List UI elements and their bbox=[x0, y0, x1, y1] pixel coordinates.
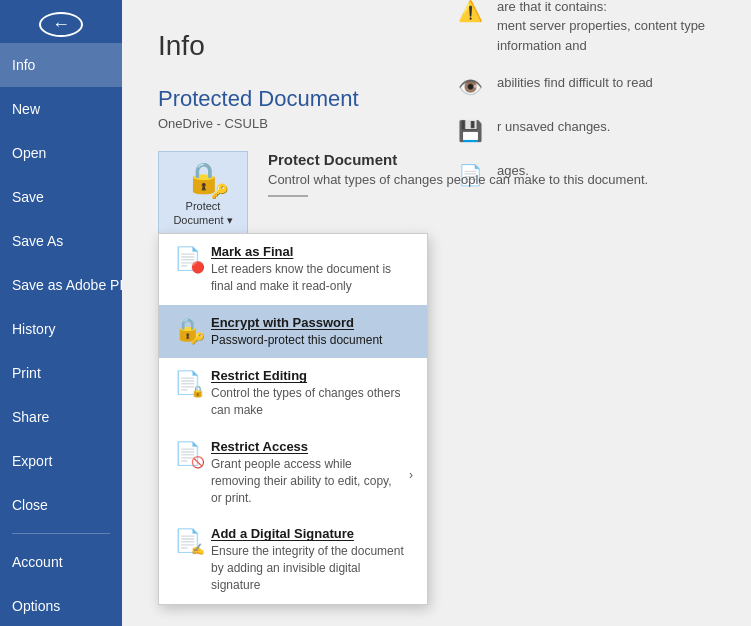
info-icon-3: 💾 bbox=[458, 119, 483, 143]
encrypt-title: Encrypt with Password bbox=[211, 315, 413, 330]
info-icon-1: ⚠️ bbox=[458, 0, 483, 23]
digital-signature-title: Add a Digital Signature bbox=[211, 526, 413, 541]
dropdown-item-encrypt[interactable]: 🔒🔑 Encrypt with Password Password-protec… bbox=[159, 305, 427, 359]
info-block-1: ⚠️ are that it contains:ment server prop… bbox=[458, 0, 715, 55]
sidebar-item-print[interactable]: Print bbox=[0, 351, 122, 395]
protect-dropdown: 📄🔴 Mark as Final Let readers know the do… bbox=[158, 233, 428, 605]
restrict-editing-icon: 📄🔒 bbox=[173, 370, 201, 396]
sidebar-item-history[interactable]: History bbox=[0, 307, 122, 351]
encrypt-desc: Password-protect this document bbox=[211, 332, 413, 349]
sidebar-item-new[interactable]: New bbox=[0, 87, 122, 131]
info-text-3: r unsaved changes. bbox=[497, 117, 610, 137]
sidebar-item-open[interactable]: Open bbox=[0, 131, 122, 175]
mark-final-text: Mark as Final Let readers know the docum… bbox=[211, 244, 413, 295]
protect-document-button[interactable]: 🔒 🔑 ProtectDocument ▾ bbox=[158, 151, 248, 237]
protect-heading: Protect Document bbox=[268, 151, 648, 168]
info-block-2: 👁️ abilities find difficult to read bbox=[458, 73, 715, 99]
sidebar-item-save-as[interactable]: Save As bbox=[0, 219, 122, 263]
restrict-access-title: Restrict Access bbox=[211, 439, 399, 454]
restrict-access-icon: 📄🚫 bbox=[173, 441, 201, 467]
sidebar-item-close[interactable]: Close bbox=[0, 483, 122, 527]
info-icon-2: 👁️ bbox=[458, 75, 483, 99]
sidebar-item-export[interactable]: Export bbox=[0, 439, 122, 483]
sidebar-item-info[interactable]: Info bbox=[0, 43, 122, 87]
dropdown-item-digital-signature[interactable]: 📄✍️ Add a Digital Signature Ensure the i… bbox=[159, 516, 427, 603]
main-content: Info Protected Document OneDrive - CSULB… bbox=[122, 0, 751, 626]
mark-final-icon: 📄🔴 bbox=[173, 246, 201, 272]
dropdown-item-restrict-access[interactable]: 📄🚫 Restrict Access Grant people access w… bbox=[159, 429, 427, 516]
protect-info: Protect Document Control what types of c… bbox=[268, 151, 648, 197]
digital-signature-text: Add a Digital Signature Ensure the integ… bbox=[211, 526, 413, 593]
digital-signature-desc: Ensure the integrity of the document by … bbox=[211, 543, 413, 593]
protect-desc: Control what types of changes people can… bbox=[268, 172, 648, 187]
sidebar-divider bbox=[12, 533, 110, 534]
sidebar-item-options[interactable]: Options bbox=[0, 584, 122, 626]
restrict-access-text: Restrict Access Grant people access whil… bbox=[211, 439, 399, 506]
sidebar-item-share[interactable]: Share bbox=[0, 395, 122, 439]
restrict-editing-text: Restrict Editing Control the types of ch… bbox=[211, 368, 413, 419]
mark-final-desc: Let readers know the document is final a… bbox=[211, 261, 413, 295]
protect-button-label: ProtectDocument ▾ bbox=[173, 199, 232, 228]
restrict-access-desc: Grant people access while removing their… bbox=[211, 456, 399, 506]
dropdown-item-mark-final[interactable]: 📄🔴 Mark as Final Let readers know the do… bbox=[159, 234, 427, 305]
info-text-1: are that it contains:ment server propert… bbox=[497, 0, 715, 55]
protect-icon: 🔒 🔑 bbox=[185, 160, 222, 195]
mark-final-title: Mark as Final bbox=[211, 244, 413, 259]
restrict-access-arrow: › bbox=[409, 468, 413, 482]
info-text-2: abilities find difficult to read bbox=[497, 73, 653, 93]
sidebar-item-save-adobe[interactable]: Save as Adobe PDF bbox=[0, 263, 122, 307]
restrict-editing-desc: Control the types of changes others can … bbox=[211, 385, 413, 419]
dropdown-item-restrict-editing[interactable]: 📄🔒 Restrict Editing Control the types of… bbox=[159, 358, 427, 429]
sidebar-item-save[interactable]: Save bbox=[0, 175, 122, 219]
sidebar: ← Info New Open Save Save As Save as Ado… bbox=[0, 0, 122, 626]
back-button[interactable]: ← bbox=[39, 12, 83, 37]
restrict-editing-title: Restrict Editing bbox=[211, 368, 413, 383]
protect-section: 🔒 🔑 ProtectDocument ▾ Protect Document C… bbox=[158, 151, 715, 237]
encrypt-icon: 🔒🔑 bbox=[173, 317, 201, 343]
encrypt-text: Encrypt with Password Password-protect t… bbox=[211, 315, 413, 349]
info-block-3: 💾 r unsaved changes. bbox=[458, 117, 715, 143]
protect-divider bbox=[268, 195, 308, 197]
digital-signature-icon: 📄✍️ bbox=[173, 528, 201, 554]
sidebar-item-account[interactable]: Account bbox=[0, 540, 122, 584]
